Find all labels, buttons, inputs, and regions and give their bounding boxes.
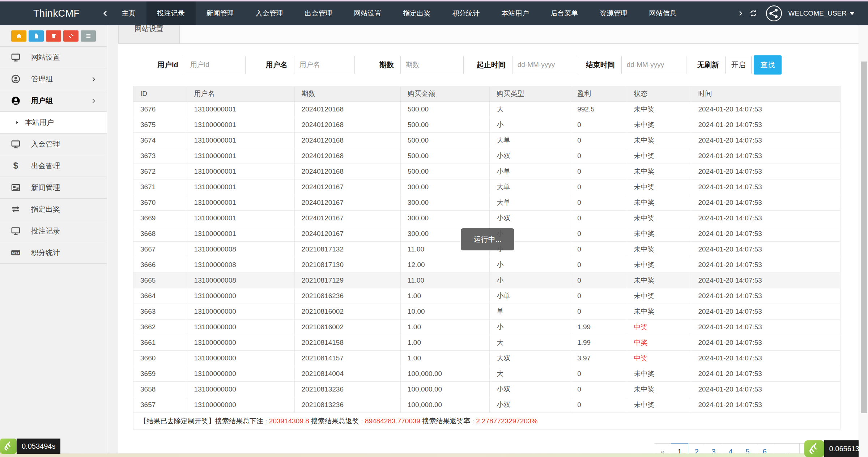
summary-segment-4: 89484283.770039 <box>365 417 420 425</box>
period-input[interactable] <box>400 56 464 74</box>
cell-time: 2024-01-20 14:07:53 <box>691 195 841 211</box>
cell-time: 2024-01-20 14:07:53 <box>691 148 841 164</box>
username-input[interactable] <box>294 56 355 74</box>
cell-id: 3657 <box>133 397 187 413</box>
summary-segment-5: 搜索结果返奖率 : <box>420 416 476 426</box>
refresh-icon <box>749 9 758 18</box>
cell-amount: 11.00 <box>400 273 489 288</box>
nav-scroll-right-button[interactable] <box>737 10 744 17</box>
cell-period: 20210814158 <box>294 335 400 351</box>
monitor-icon <box>11 139 21 149</box>
cell-period: 20210816236 <box>294 288 400 304</box>
perf-time-left: 0.053494s <box>17 439 60 454</box>
cell-profit: 0 <box>570 288 627 304</box>
navbar-item-7[interactable]: 指定出奖 <box>392 1 442 25</box>
cell-time: 2024-01-20 14:07:53 <box>691 117 841 133</box>
userid-input[interactable] <box>185 56 246 74</box>
table-row: 36731310000000120240120168500.00小双0未中奖20… <box>133 148 841 164</box>
end-date-input[interactable] <box>621 56 686 74</box>
sidebar-item-icon <box>11 183 22 192</box>
navbar-item-2[interactable]: 投注记录 <box>146 1 196 25</box>
refresh-button[interactable] <box>749 9 758 18</box>
tab-website-settings[interactable]: 网站设置 <box>118 25 180 43</box>
nav-scroll-left-button[interactable] <box>102 10 109 17</box>
sidebar-item-label: 入金管理 <box>31 139 60 149</box>
cell-profit: 1.99 <box>570 320 627 335</box>
scrollbar-thumb[interactable] <box>861 62 867 413</box>
sidebar-item-3[interactable]: 用户组 <box>0 90 107 112</box>
cell-user: 13100000000 <box>187 351 294 366</box>
search-button[interactable]: 查找 <box>754 55 782 75</box>
sidebar-item-8[interactable]: 指定出奖 <box>0 199 107 220</box>
file-button[interactable] <box>29 30 44 42</box>
sidebar-item-4[interactable]: 本站用户 <box>0 112 107 134</box>
table-row: 36701310000000120240120167300.00大单0未中奖20… <box>133 195 841 211</box>
app-root: ThinkCMF 主页投注记录新闻管理入金管理出金管理网站设置指定出奖积分统计本… <box>0 0 868 457</box>
home-button[interactable] <box>11 30 26 42</box>
sidebar-item-10[interactable]: 积分统计 <box>0 242 107 264</box>
cell-status: 中奖 <box>627 351 691 366</box>
toggle-on-button[interactable]: 开启 <box>726 56 752 74</box>
navbar-item-8[interactable]: 积分统计 <box>442 1 491 25</box>
cell-type: 小 <box>490 273 570 288</box>
navbar-item-3[interactable]: 新闻管理 <box>196 1 245 25</box>
navbar-item-12[interactable]: 网站信息 <box>638 1 688 25</box>
column-header: ID <box>133 86 187 102</box>
cell-time: 2024-01-20 14:07:53 <box>691 382 841 397</box>
navbar-item-4[interactable]: 入金管理 <box>245 1 294 25</box>
list-button[interactable] <box>81 30 96 42</box>
cell-status: 未中奖 <box>627 273 691 288</box>
sidebar-item-icon <box>15 120 22 125</box>
cell-period: 20240120167 <box>294 226 400 242</box>
cell-user: 13100000000 <box>187 397 294 413</box>
sidebar-item-label: 出金管理 <box>31 161 60 171</box>
table-row: 36581310000000020210813236100,000.00小双0未… <box>133 382 841 397</box>
cell-user: 13100000001 <box>187 226 294 242</box>
news-icon <box>11 183 21 192</box>
trash-button[interactable] <box>46 30 61 42</box>
cell-id: 3672 <box>133 164 187 179</box>
navbar-item-6[interactable]: 网站设置 <box>343 1 392 25</box>
visa-icon <box>11 248 21 258</box>
thinkphp-flame-icon[interactable] <box>804 440 824 457</box>
navbar-item-1[interactable]: 主页 <box>111 1 146 25</box>
sidebar-item-label: 网站设置 <box>31 52 60 62</box>
cell-status: 未中奖 <box>627 102 691 117</box>
navbar-item-5[interactable]: 出金管理 <box>294 1 343 25</box>
avatar[interactable] <box>766 5 782 22</box>
sidebar-item-6[interactable]: 出金管理 <box>0 155 107 177</box>
column-header: 用户名 <box>187 86 294 102</box>
start-date-input[interactable] <box>512 56 577 74</box>
cell-user: 13100000000 <box>187 304 294 320</box>
cell-profit: 0 <box>570 164 627 179</box>
cell-user: 13100000000 <box>187 366 294 382</box>
cell-amount: 300.00 <box>400 195 489 211</box>
cell-type: 小双 <box>490 382 570 397</box>
sidebar-item-7[interactable]: 新闻管理 <box>0 177 107 199</box>
cell-user: 13100000001 <box>187 102 294 117</box>
sidebar-item-5[interactable]: 入金管理 <box>0 134 107 155</box>
tab-label: 网站设置 <box>135 25 163 43</box>
cell-time: 2024-01-20 14:07:53 <box>691 133 841 148</box>
navbar-item-10[interactable]: 后台菜单 <box>540 1 589 25</box>
table-row: 36761310000000120240120168500.00大992.5未中… <box>133 102 841 117</box>
column-header: 购买类型 <box>490 86 570 102</box>
cell-profit: 0 <box>570 257 627 273</box>
recycle-button[interactable] <box>63 30 78 42</box>
navbar-item-11[interactable]: 资源管理 <box>589 1 638 25</box>
thinkphp-flame-icon[interactable] <box>0 439 17 454</box>
sidebar-item-9[interactable]: 投注记录 <box>0 220 107 242</box>
sidebar-item-2[interactable]: 管理组 <box>0 68 107 90</box>
cell-period: 20240120168 <box>294 148 400 164</box>
user-icon <box>11 96 21 106</box>
chevron-right-icon <box>91 76 97 82</box>
summary-segment-1: 【结果已去除定制开奖】搜索结果总下注 : <box>140 416 269 426</box>
username-label: WELCOME_USER <box>788 9 847 17</box>
user-menu[interactable]: WELCOME_USER <box>788 9 854 17</box>
end-time-label: 结束时间 <box>586 60 615 70</box>
sidebar-item-1[interactable]: 网站设置 <box>0 47 107 68</box>
cell-amount: 10.00 <box>400 304 489 320</box>
navbar-item-9[interactable]: 本站用户 <box>491 1 540 25</box>
sidebar-toolbar <box>0 25 107 46</box>
page-scrollbar <box>859 1 868 457</box>
